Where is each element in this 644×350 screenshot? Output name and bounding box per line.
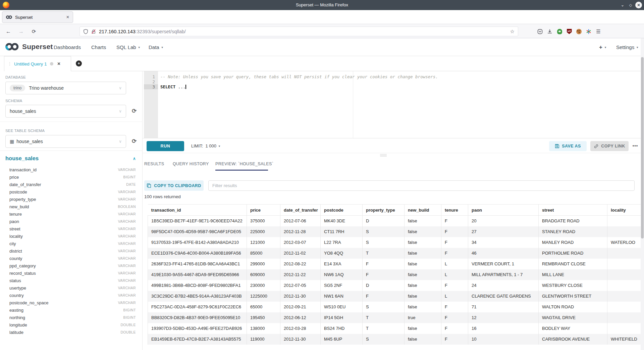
- table-column-row[interactable]: easting BIGINT: [0, 306, 143, 314]
- table-header-cell[interactable]: property_type: [363, 205, 405, 216]
- asterisk-extension-icon[interactable]: [584, 25, 593, 38]
- table-column-row[interactable]: property_type VARCHAR: [0, 195, 143, 203]
- url-text[interactable]: 217.160.120.143:32393/superset/sqllab/: [99, 29, 510, 34]
- table-column-row[interactable]: street VARCHAR: [0, 225, 143, 232]
- url-bar[interactable]: 217.160.120.143:32393/superset/sqllab/ ☆: [79, 27, 518, 36]
- reload-icon[interactable]: ⟳: [29, 25, 39, 38]
- table-column-row[interactable]: longitude DOUBLE: [0, 321, 143, 329]
- database-select[interactable]: trino Trino warehouse ∨: [5, 82, 126, 94]
- table-column-row[interactable]: country VARCHAR: [0, 292, 143, 299]
- nav-item-settings[interactable]: Settings▼: [616, 38, 639, 56]
- pocket-icon[interactable]: [535, 25, 545, 38]
- tab-results[interactable]: RESULTS: [144, 162, 164, 166]
- downloads-icon[interactable]: [545, 25, 554, 38]
- window-maximize-button[interactable]: ◇: [627, 0, 635, 10]
- back-icon[interactable]: ←: [3, 25, 13, 38]
- table-cell: F: [441, 237, 468, 248]
- table-header-cell[interactable]: postcode: [321, 205, 363, 216]
- window-minimize-button[interactable]: ⌄: [619, 0, 627, 10]
- database-engine-badge: trino: [10, 85, 25, 91]
- url-host: 217.160.120.143: [99, 29, 136, 34]
- query-tab-untitled-query-1[interactable]: ⋮ Untitled Query 1 ✕: [4, 56, 71, 71]
- add-new-button[interactable]: +▼: [599, 38, 607, 56]
- table-column-row[interactable]: new_build BOOLEAN: [0, 203, 143, 210]
- pane-resize-handle[interactable]: [380, 154, 387, 157]
- table-column-row[interactable]: tenure VARCHAR: [0, 210, 143, 218]
- table-cell: 375000: [247, 216, 280, 226]
- table-cell: 16: [468, 323, 539, 334]
- cookie-extension-icon[interactable]: [574, 25, 584, 38]
- tab-query-history[interactable]: QUERY HISTORY: [173, 162, 209, 166]
- nav-item-data[interactable]: Data▼: [149, 38, 164, 56]
- table-cell: 65000: [247, 302, 280, 312]
- tracking-shield-icon[interactable]: [83, 29, 88, 34]
- superset-brand[interactable]: Superset: [5, 42, 53, 51]
- table-column-row[interactable]: postcode_no_space VARCHAR: [0, 299, 143, 306]
- copy-link-button[interactable]: COPY LINK: [590, 141, 629, 151]
- table-column-row[interactable]: northing BIGINT: [0, 314, 143, 321]
- page-scrollbar-thumb[interactable]: [641, 57, 644, 238]
- table-column-row[interactable]: city VARCHAR: [0, 240, 143, 247]
- table-column-row[interactable]: transaction_id VARCHAR: [0, 166, 143, 173]
- collapse-table-icon[interactable]: ∧: [133, 156, 136, 161]
- add-query-tab-button[interactable]: +: [76, 60, 82, 67]
- privacy-extension-icon[interactable]: [555, 25, 564, 38]
- nav-item-charts[interactable]: Charts: [91, 38, 106, 56]
- ublock-icon[interactable]: uO: [565, 25, 574, 38]
- table-header-cell[interactable]: price: [247, 205, 280, 216]
- table-header-cell[interactable]: street: [539, 205, 607, 216]
- table-header-cell[interactable]: tenure: [441, 205, 468, 216]
- save-as-button[interactable]: SAVE AS: [549, 141, 587, 151]
- nav-item-sql-lab[interactable]: SQL Lab▼: [116, 38, 141, 56]
- column-type: VARCHAR: [118, 264, 136, 268]
- filter-results-input[interactable]: [208, 180, 635, 191]
- table-header-cell[interactable]: transaction_id: [148, 205, 247, 216]
- insecure-lock-icon[interactable]: [91, 29, 96, 34]
- column-name: ppd_category: [9, 263, 36, 268]
- table-header-cell[interactable]: date_of_transfer: [280, 205, 321, 216]
- line-number: 2: [144, 79, 158, 84]
- table-header-cell[interactable]: paon: [468, 205, 539, 216]
- hamburger-menu-icon[interactable]: ☰: [594, 25, 603, 38]
- table-column-row[interactable]: paon VARCHAR: [0, 218, 143, 225]
- table-column-row[interactable]: ppd_category VARCHAR: [0, 262, 143, 269]
- column-name: locality: [9, 234, 23, 239]
- table-column-row[interactable]: postcode VARCHAR: [0, 188, 143, 195]
- sql-editor[interactable]: 1 2 3 -- Note: Unless you save your quer…: [143, 71, 644, 138]
- browser-tab[interactable]: Superset ✕: [2, 11, 73, 23]
- window-close-button[interactable]: ✕: [635, 2, 642, 8]
- refresh-tables-icon[interactable]: ⟳: [130, 137, 138, 145]
- table-cell: BRADGATE ROAD: [539, 216, 607, 226]
- table-header-cell[interactable]: locality: [607, 205, 641, 216]
- table-column-row[interactable]: record_status VARCHAR: [0, 269, 143, 277]
- window-titlebar: Superset — Mozilla Firefox ⌄ ◇ ✕: [0, 0, 644, 10]
- table-schema-select[interactable]: ▦ house_sales ∨: [5, 135, 126, 148]
- table-column-row[interactable]: usertype VARCHAR: [0, 284, 143, 292]
- table-cell: T: [363, 323, 405, 334]
- more-options-button[interactable]: •••: [630, 141, 641, 151]
- browser-tab-close-icon[interactable]: ✕: [66, 15, 69, 19]
- tab-preview-house-sales[interactable]: PREVIEW: `HOUSE_SALES`: [215, 162, 273, 166]
- table-title[interactable]: house_sales: [5, 155, 39, 162]
- table-column-row[interactable]: price BIGINT: [0, 173, 143, 181]
- bookmark-star-icon[interactable]: ☆: [510, 29, 515, 35]
- table-column-row[interactable]: district VARCHAR: [0, 247, 143, 255]
- query-tab-close-icon[interactable]: ✕: [57, 61, 61, 66]
- run-button[interactable]: RUN: [147, 141, 184, 151]
- table-cell: true: [405, 312, 441, 323]
- table-cell: 34: [468, 237, 539, 248]
- forward-icon[interactable]: →: [16, 25, 26, 38]
- schema-select[interactable]: house_sales ∨: [5, 105, 126, 118]
- refresh-schemas-icon[interactable]: ⟳: [130, 107, 138, 115]
- table-header-cell[interactable]: new_build: [405, 205, 441, 216]
- table-column-row[interactable]: status VARCHAR: [0, 277, 143, 284]
- table-column-row[interactable]: locality VARCHAR: [0, 232, 143, 240]
- table-column-row[interactable]: latitude DOUBLE: [0, 329, 143, 336]
- table-column-row[interactable]: date_of_transfer DATE: [0, 181, 143, 188]
- table-column-row[interactable]: county VARCHAR: [0, 255, 143, 262]
- table-cell: [607, 226, 641, 237]
- limit-dropdown[interactable]: LIMIT:1 000▼: [191, 141, 221, 151]
- nav-item-dashboards[interactable]: Dashboards: [54, 38, 81, 56]
- copy-to-clipboard-button[interactable]: COPY TO CLIPBOARD: [144, 180, 204, 191]
- drag-handle-icon[interactable]: ⋮: [8, 61, 12, 66]
